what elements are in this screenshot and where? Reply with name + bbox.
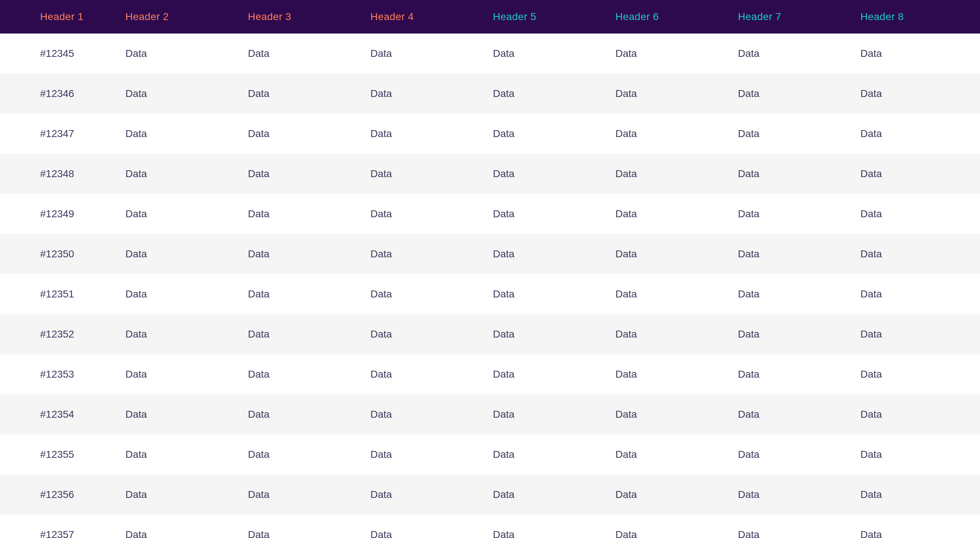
table-row[interactable]: #12352 Data Data Data Data Data Data Dat… <box>0 314 980 354</box>
data-cell: Data <box>248 114 371 154</box>
table-row[interactable]: #12350 Data Data Data Data Data Data Dat… <box>0 234 980 274</box>
data-cell: Data <box>616 194 738 234</box>
table-row[interactable]: #12348 Data Data Data Data Data Data Dat… <box>0 154 980 194</box>
data-cell: Data <box>126 194 248 234</box>
row-id-cell: #12356 <box>0 474 126 515</box>
row-id-cell: #12353 <box>0 354 126 395</box>
column-header-1[interactable]: Header 1 <box>0 0 126 33</box>
data-cell: Data <box>493 114 616 154</box>
data-cell: Data <box>861 474 980 515</box>
data-cell: Data <box>371 274 493 314</box>
data-cell: Data <box>493 515 616 538</box>
data-table: Header 1 Header 2 Header 3 Header 4 Head… <box>0 0 980 538</box>
data-cell: Data <box>126 74 248 114</box>
data-cell: Data <box>738 395 861 435</box>
data-cell: Data <box>861 234 980 274</box>
data-cell: Data <box>126 435 248 474</box>
data-cell: Data <box>861 74 980 114</box>
data-cell: Data <box>371 435 493 474</box>
data-cell: Data <box>861 194 980 234</box>
data-cell: Data <box>371 314 493 354</box>
data-cell: Data <box>738 274 861 314</box>
data-cell: Data <box>493 194 616 234</box>
table-row[interactable]: #12351 Data Data Data Data Data Data Dat… <box>0 274 980 314</box>
data-cell: Data <box>371 234 493 274</box>
data-cell: Data <box>248 74 371 114</box>
data-cell: Data <box>616 314 738 354</box>
row-id-cell: #12346 <box>0 74 126 114</box>
data-cell: Data <box>616 154 738 194</box>
row-id-cell: #12348 <box>0 154 126 194</box>
row-id-cell: #12355 <box>0 435 126 474</box>
data-cell: Data <box>861 33 980 74</box>
table-row[interactable]: #12355 Data Data Data Data Data Data Dat… <box>0 435 980 474</box>
data-cell: Data <box>371 194 493 234</box>
data-cell: Data <box>493 395 616 435</box>
data-cell: Data <box>738 314 861 354</box>
data-cell: Data <box>493 354 616 395</box>
data-cell: Data <box>493 274 616 314</box>
table-header-row: Header 1 Header 2 Header 3 Header 4 Head… <box>0 0 980 33</box>
data-cell: Data <box>371 74 493 114</box>
column-header-6[interactable]: Header 6 <box>616 0 738 33</box>
data-cell: Data <box>738 435 861 474</box>
data-cell: Data <box>861 114 980 154</box>
data-cell: Data <box>248 194 371 234</box>
data-cell: Data <box>861 314 980 354</box>
data-cell: Data <box>126 515 248 538</box>
data-cell: Data <box>371 395 493 435</box>
column-header-2[interactable]: Header 2 <box>126 0 248 33</box>
table-row[interactable]: #12354 Data Data Data Data Data Data Dat… <box>0 395 980 435</box>
table-row[interactable]: #12349 Data Data Data Data Data Data Dat… <box>0 194 980 234</box>
data-cell: Data <box>248 154 371 194</box>
data-cell: Data <box>493 314 616 354</box>
row-id-cell: #12351 <box>0 274 126 314</box>
table-row[interactable]: #12356 Data Data Data Data Data Data Dat… <box>0 474 980 515</box>
data-cell: Data <box>126 114 248 154</box>
data-cell: Data <box>738 74 861 114</box>
table-row[interactable]: #12346 Data Data Data Data Data Data Dat… <box>0 74 980 114</box>
table-row[interactable]: #12353 Data Data Data Data Data Data Dat… <box>0 354 980 395</box>
data-cell: Data <box>371 114 493 154</box>
data-cell: Data <box>126 474 248 515</box>
column-header-7[interactable]: Header 7 <box>738 0 861 33</box>
data-cell: Data <box>493 154 616 194</box>
row-id-cell: #12347 <box>0 114 126 154</box>
data-cell: Data <box>738 474 861 515</box>
data-cell: Data <box>371 154 493 194</box>
data-cell: Data <box>616 114 738 154</box>
data-cell: Data <box>371 33 493 74</box>
data-cell: Data <box>861 435 980 474</box>
data-cell: Data <box>371 354 493 395</box>
column-header-8[interactable]: Header 8 <box>861 0 980 33</box>
table-row[interactable]: #12345 Data Data Data Data Data Data Dat… <box>0 33 980 74</box>
data-cell: Data <box>616 74 738 114</box>
data-cell: Data <box>738 33 861 74</box>
data-cell: Data <box>248 435 371 474</box>
data-cell: Data <box>861 154 980 194</box>
row-id-cell: #12350 <box>0 234 126 274</box>
row-id-cell: #12345 <box>0 33 126 74</box>
data-cell: Data <box>616 474 738 515</box>
data-cell: Data <box>126 274 248 314</box>
row-id-cell: #12357 <box>0 515 126 538</box>
column-header-3[interactable]: Header 3 <box>248 0 371 33</box>
data-cell: Data <box>493 33 616 74</box>
data-cell: Data <box>493 74 616 114</box>
data-cell: Data <box>126 395 248 435</box>
data-cell: Data <box>738 354 861 395</box>
data-cell: Data <box>738 194 861 234</box>
table-body: #12345 Data Data Data Data Data Data Dat… <box>0 33 980 538</box>
table-row[interactable]: #12357 Data Data Data Data Data Data Dat… <box>0 515 980 538</box>
data-cell: Data <box>861 515 980 538</box>
data-cell: Data <box>493 435 616 474</box>
table-row[interactable]: #12347 Data Data Data Data Data Data Dat… <box>0 114 980 154</box>
data-cell: Data <box>248 314 371 354</box>
data-cell: Data <box>493 234 616 274</box>
data-cell: Data <box>616 435 738 474</box>
data-cell: Data <box>738 154 861 194</box>
data-cell: Data <box>616 274 738 314</box>
column-header-5[interactable]: Header 5 <box>493 0 616 33</box>
column-header-4[interactable]: Header 4 <box>371 0 493 33</box>
row-id-cell: #12352 <box>0 314 126 354</box>
